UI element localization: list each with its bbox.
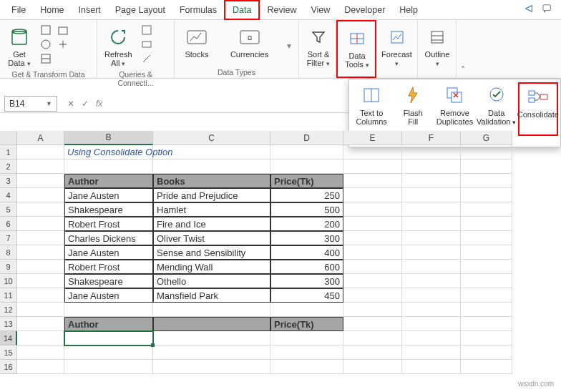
table-cell-author[interactable]: Jane Austen (64, 245, 153, 260)
cell-B12[interactable] (64, 303, 153, 317)
edit-links-icon[interactable] (141, 53, 152, 64)
cell-D16[interactable] (270, 360, 343, 374)
cell-G2[interactable] (461, 160, 512, 174)
table-cell-price[interactable]: 450 (270, 288, 343, 303)
cell-G12[interactable] (461, 303, 512, 317)
table-cell-price[interactable]: 600 (270, 260, 343, 274)
cell-E15[interactable] (343, 346, 402, 360)
share-icon[interactable] (524, 4, 534, 16)
cell-D2[interactable] (270, 160, 343, 174)
row-header-14[interactable]: 14 (0, 331, 17, 346)
cell-G8[interactable] (461, 245, 512, 260)
row-header-8[interactable]: 8 (0, 245, 17, 260)
table-cell-author[interactable]: Shakespeare (64, 274, 153, 288)
cell-A12[interactable] (17, 303, 64, 317)
cell-D12[interactable] (270, 303, 343, 317)
row-header-16[interactable]: 16 (0, 360, 17, 374)
cell-F1[interactable] (402, 145, 461, 160)
cell-F14[interactable] (402, 331, 461, 346)
row-header-2[interactable]: 2 (0, 160, 17, 174)
row-header-13[interactable]: 13 (0, 317, 17, 331)
sort-filter-button[interactable]: Sort & Filter ▾ (303, 24, 333, 69)
cell-G16[interactable] (461, 360, 512, 374)
row-header-5[interactable]: 5 (0, 202, 17, 217)
cell-A2[interactable] (17, 160, 64, 174)
remove-duplicates-button[interactable]: Remove Duplicates (434, 82, 474, 136)
cell-G15[interactable] (461, 346, 512, 360)
cell-F6[interactable] (402, 217, 461, 231)
cell-G6[interactable] (461, 217, 512, 231)
table-cell-books[interactable]: Hamlet (153, 202, 270, 217)
cell-C12[interactable] (153, 303, 270, 317)
cell-C14[interactable] (153, 331, 270, 346)
row-header-1[interactable]: 1 (0, 145, 17, 160)
cell-G9[interactable] (461, 260, 512, 274)
fx-icon[interactable]: fx (96, 99, 102, 109)
cell-A14[interactable] (17, 331, 64, 346)
tab-file[interactable]: File (4, 1, 33, 19)
cell-F15[interactable] (402, 346, 461, 360)
cell-A15[interactable] (17, 346, 64, 360)
tab-view[interactable]: View (303, 1, 337, 19)
get-data-button[interactable]: Get Data ▾ (4, 24, 34, 69)
flash-fill-button[interactable]: Flash Fill (393, 82, 433, 136)
cell-E13[interactable] (343, 317, 402, 331)
cell-G1[interactable] (461, 145, 512, 160)
cell-E12[interactable] (343, 303, 402, 317)
cell-E8[interactable] (343, 245, 402, 260)
existing-connections-icon[interactable] (57, 39, 69, 50)
row-header-3[interactable]: 3 (0, 174, 17, 188)
cell-D14[interactable] (270, 331, 343, 346)
tab-insert[interactable]: Insert (72, 1, 108, 19)
tab-home[interactable]: Home (33, 1, 71, 19)
currencies-button[interactable]: ¤ Currencies (228, 24, 271, 60)
table-cell-books[interactable]: Sense and Sensibility (153, 245, 270, 260)
cell-G14[interactable] (461, 331, 512, 346)
row-header-12[interactable]: 12 (0, 303, 17, 317)
table-cell-books[interactable]: Mending Wall (153, 260, 270, 274)
cell-E6[interactable] (343, 217, 402, 231)
table-header-author[interactable]: Author (64, 174, 153, 188)
column-header-B[interactable]: B (64, 131, 153, 145)
table-cell-price[interactable]: 200 (270, 217, 343, 231)
data-types-more-icon[interactable]: ▾ (287, 41, 291, 51)
cell-A11[interactable] (17, 288, 64, 303)
consolidate-button[interactable]: Consolidate (518, 82, 558, 136)
row-header-15[interactable]: 15 (0, 346, 17, 360)
column-header-A[interactable]: A (17, 131, 64, 145)
cell-E16[interactable] (343, 360, 402, 374)
cancel-formula-icon[interactable]: ✕ (67, 99, 74, 109)
row-header-10[interactable]: 10 (0, 274, 17, 288)
row-header-6[interactable]: 6 (0, 217, 17, 231)
table-cell-books[interactable]: Pride and Prejudice (153, 188, 270, 202)
cell-F3[interactable] (402, 174, 461, 188)
from-text-icon[interactable] (40, 24, 52, 36)
table-cell-author[interactable]: Shakespeare (64, 202, 153, 217)
table-cell-price[interactable]: 250 (270, 188, 343, 202)
column-header-G[interactable]: G (461, 131, 512, 145)
cell-G7[interactable] (461, 231, 512, 245)
cell-D15[interactable] (270, 346, 343, 360)
table-header-price[interactable]: Price(Tk) (270, 174, 343, 188)
cell-B16[interactable] (64, 360, 153, 374)
cell-A16[interactable] (17, 360, 64, 374)
table-cell-author[interactable]: Robert Frost (64, 260, 153, 274)
cell-F9[interactable] (402, 260, 461, 274)
cell-F7[interactable] (402, 231, 461, 245)
row-header-4[interactable]: 4 (0, 188, 17, 202)
tab-developer[interactable]: Developer (337, 1, 392, 19)
cell-E11[interactable] (343, 288, 402, 303)
table-cell-books[interactable]: Oliver Twist (153, 231, 270, 245)
worksheet[interactable]: ABCDEFG 12345678910111213141516 Using Co… (0, 131, 561, 392)
outline-button[interactable]: Outline▾ (422, 24, 452, 69)
cell-F4[interactable] (402, 188, 461, 202)
cell-A1[interactable] (17, 145, 64, 160)
row-header-7[interactable]: 7 (0, 231, 17, 245)
data-validation-button[interactable]: Data Validation ▾ (477, 82, 517, 136)
table-cell-author[interactable]: Charles Dickens (64, 231, 153, 245)
text-to-columns-button[interactable]: Text to Columns (351, 82, 391, 136)
cell-A13[interactable] (17, 317, 64, 331)
table-header-books[interactable]: Books (153, 174, 270, 188)
cell-E14[interactable] (343, 331, 402, 346)
row-header-9[interactable]: 9 (0, 260, 17, 274)
